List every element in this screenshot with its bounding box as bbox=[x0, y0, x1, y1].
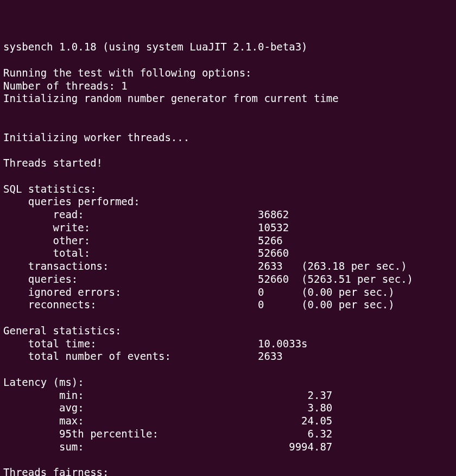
queries-rate: (5263.51 per sec.) bbox=[301, 273, 413, 285]
latency-title: Latency (ms): bbox=[3, 376, 84, 388]
write-label: write: bbox=[53, 221, 91, 233]
reconnects-value: 0 bbox=[258, 299, 264, 310]
latency-avg-label: avg: bbox=[59, 402, 84, 414]
queries-label: queries: bbox=[28, 273, 78, 285]
latency-sum-label: sum: bbox=[59, 441, 84, 453]
read-label: read: bbox=[53, 208, 84, 220]
total-time-value: 10.0033s bbox=[258, 338, 308, 350]
sql-stats-title: SQL statistics: bbox=[3, 183, 97, 195]
latency-avg-value: 3.80 bbox=[308, 402, 333, 414]
latency-sum-value: 9994.87 bbox=[289, 441, 332, 453]
reconnects-rate: (0.00 per sec.) bbox=[301, 299, 395, 310]
other-value: 5266 bbox=[258, 234, 283, 246]
threads-started-line: Threads started! bbox=[3, 157, 103, 169]
ignored-errors-value: 0 bbox=[258, 286, 264, 298]
thread-count-line: Number of threads: 1 bbox=[3, 80, 128, 92]
latency-min-value: 2.37 bbox=[308, 389, 333, 401]
sysbench-version: sysbench 1.0.18 (using system LuaJIT 2.1… bbox=[3, 41, 308, 53]
write-value: 10532 bbox=[258, 221, 289, 233]
total-time-label: total time: bbox=[28, 338, 97, 350]
latency-max-label: max: bbox=[59, 415, 84, 427]
latency-p95-label: 95th percentile: bbox=[59, 428, 159, 440]
general-stats-title: General statistics: bbox=[3, 325, 121, 337]
rng-init-line: Initializing random number generator fro… bbox=[3, 92, 339, 104]
latency-p95-value: 6.32 bbox=[308, 428, 333, 440]
reconnects-label: reconnects: bbox=[28, 299, 97, 310]
ignored-errors-rate: (0.00 per sec.) bbox=[301, 286, 395, 298]
ignored-errors-label: ignored errors: bbox=[28, 286, 122, 298]
transactions-label: transactions: bbox=[28, 260, 109, 272]
queries-value: 52660 bbox=[258, 273, 289, 285]
other-label: other: bbox=[53, 234, 91, 246]
read-value: 36862 bbox=[258, 208, 289, 220]
transactions-value: 2633 bbox=[258, 260, 283, 272]
latency-min-label: min: bbox=[59, 389, 84, 401]
running-options-line: Running the test with following options: bbox=[3, 67, 252, 79]
latency-max-value: 24.05 bbox=[301, 415, 332, 427]
total-value: 52660 bbox=[258, 247, 289, 259]
events-label: total number of events: bbox=[28, 350, 171, 362]
init-workers-line: Initializing worker threads... bbox=[3, 131, 189, 143]
queries-performed-label: queries performed: bbox=[28, 195, 140, 207]
terminal-output: sysbench 1.0.18 (using system LuaJIT 2.1… bbox=[3, 41, 453, 476]
fairness-title: Threads fairness: bbox=[3, 466, 109, 476]
events-value: 2633 bbox=[258, 350, 283, 362]
total-label: total: bbox=[53, 247, 91, 259]
transactions-rate: (263.18 per sec.) bbox=[301, 260, 407, 272]
